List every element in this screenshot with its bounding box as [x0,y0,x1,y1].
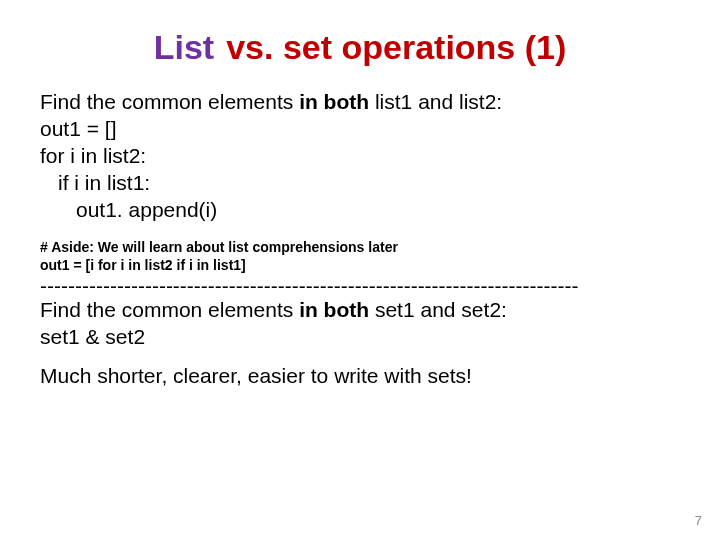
page-number: 7 [695,513,702,528]
set2-text: set2: [456,298,507,321]
title-set-ops: set operations (1) [283,28,566,66]
find-prefix-set: Find the common elements [40,298,299,321]
title-list: List [154,28,214,66]
in-both: in both [299,90,369,113]
set-find-line: Find the common elements in both set1 an… [40,297,680,324]
divider: ----------------------------------------… [40,274,680,297]
code-line-2: for i in list2: [40,143,680,170]
set-expr: set1 & set2 [40,324,680,351]
code-line-1: out1 = [] [40,116,680,143]
aside-line-2: out1 = [i for i in list2 if i in list1] [40,257,680,275]
and-text-set: and [420,298,455,321]
aside-line-1: # Aside: We will learn about list compre… [40,239,680,257]
code-line-3: if i in list1: [40,170,680,197]
slide-title: Listvs. set operations (1) [40,28,680,67]
code-line-4: out1. append(i) [40,197,680,224]
slide: Listvs. set operations (1) Find the comm… [0,0,720,540]
list-find-line: Find the common elements in both list1 a… [40,89,680,116]
find-prefix: Find the common elements [40,90,299,113]
aside-block: # Aside: We will learn about list compre… [40,239,680,274]
set-section: Find the common elements in both set1 an… [40,297,680,351]
list-section: Find the common elements in both list1 a… [40,89,680,223]
title-vs: vs. [226,28,273,66]
in-both-set: in both [299,298,369,321]
set1-text: set1 [369,298,420,321]
and-text: and [418,90,453,113]
list2-text: list2: [453,90,502,113]
list1-text: list1 [369,90,418,113]
closing-line: Much shorter, clearer, easier to write w… [40,363,680,390]
